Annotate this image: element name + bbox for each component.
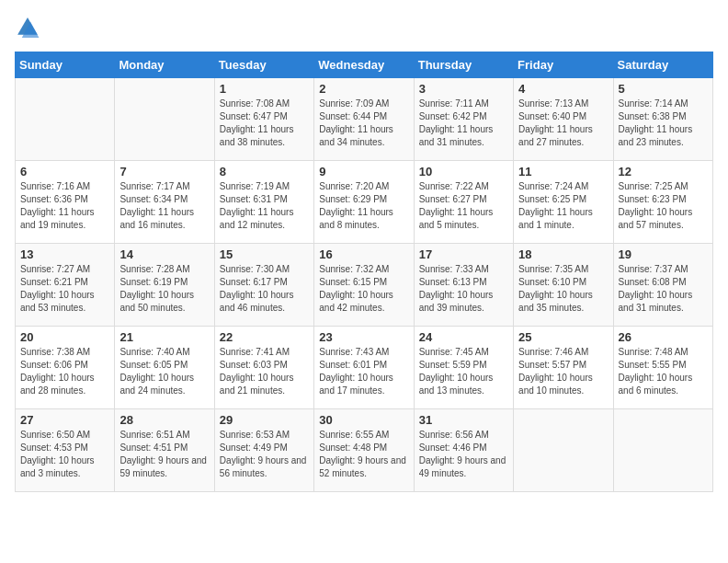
day-info: Sunrise: 6:53 AM Sunset: 4:49 PM Dayligh… [220,429,309,480]
day-info: Sunrise: 7:40 AM Sunset: 6:05 PM Dayligh… [119,346,209,397]
calendar-cell: 26Sunrise: 7:48 AM Sunset: 5:55 PM Dayli… [613,327,712,409]
calendar-cell: 24Sunrise: 7:45 AM Sunset: 5:59 PM Dayli… [414,327,513,409]
calendar-cell: 23Sunrise: 7:43 AM Sunset: 6:01 PM Dayli… [314,327,414,409]
column-header-saturday: Saturday [613,52,712,78]
column-header-thursday: Thursday [414,52,513,78]
calendar-cell [514,409,613,492]
calendar-cell: 2Sunrise: 7:09 AM Sunset: 6:44 PM Daylig… [314,78,414,161]
calendar-week-row: 1Sunrise: 7:08 AM Sunset: 6:47 PM Daylig… [16,78,713,161]
day-number: 12 [619,165,708,178]
day-number: 18 [518,247,608,261]
calendar-cell [613,409,712,492]
day-info: Sunrise: 7:33 AM Sunset: 6:13 PM Dayligh… [419,263,508,315]
day-info: Sunrise: 7:08 AM Sunset: 6:47 PM Dayligh… [220,98,309,149]
calendar-cell: 25Sunrise: 7:46 AM Sunset: 5:57 PM Dayli… [514,327,613,409]
calendar-cell: 19Sunrise: 7:37 AM Sunset: 6:08 PM Dayli… [613,244,712,327]
day-number: 23 [319,330,408,344]
day-number: 31 [419,413,508,427]
calendar-header-row: SundayMondayTuesdayWednesdayThursdayFrid… [16,52,713,78]
day-info: Sunrise: 7:28 AM Sunset: 6:19 PM Dayligh… [119,263,209,315]
day-number: 17 [419,247,508,261]
day-number: 26 [619,330,708,344]
calendar-cell: 12Sunrise: 7:25 AM Sunset: 6:23 PM Dayli… [613,161,712,244]
calendar-cell: 5Sunrise: 7:14 AM Sunset: 6:38 PM Daylig… [613,78,712,161]
day-info: Sunrise: 6:50 AM Sunset: 4:53 PM Dayligh… [20,429,109,480]
day-info: Sunrise: 7:14 AM Sunset: 6:38 PM Dayligh… [619,98,708,149]
day-number: 24 [419,330,508,344]
day-number: 25 [518,330,608,344]
day-info: Sunrise: 7:20 AM Sunset: 6:29 PM Dayligh… [319,180,408,232]
calendar-week-row: 20Sunrise: 7:38 AM Sunset: 6:06 PM Dayli… [16,327,713,409]
day-info: Sunrise: 7:27 AM Sunset: 6:21 PM Dayligh… [20,263,109,315]
day-number: 1 [220,82,309,96]
calendar-cell: 1Sunrise: 7:08 AM Sunset: 6:47 PM Daylig… [214,78,313,161]
calendar-table: SundayMondayTuesdayWednesdayThursdayFrid… [15,52,713,492]
day-info: Sunrise: 7:48 AM Sunset: 5:55 PM Dayligh… [619,346,708,397]
logo [15,15,44,40]
day-info: Sunrise: 7:37 AM Sunset: 6:08 PM Dayligh… [619,263,708,315]
column-header-friday: Friday [514,52,613,78]
day-number: 21 [119,330,209,344]
day-number: 16 [319,247,408,261]
day-info: Sunrise: 7:38 AM Sunset: 6:06 PM Dayligh… [20,346,109,397]
day-number: 3 [419,82,508,96]
column-header-tuesday: Tuesday [214,52,313,78]
day-number: 8 [220,165,309,178]
day-number: 14 [119,247,209,261]
day-info: Sunrise: 7:17 AM Sunset: 6:34 PM Dayligh… [119,180,209,232]
calendar-cell: 30Sunrise: 6:55 AM Sunset: 4:48 PM Dayli… [314,409,414,492]
day-number: 5 [619,82,708,96]
calendar-cell: 11Sunrise: 7:24 AM Sunset: 6:25 PM Dayli… [514,161,613,244]
day-number: 20 [20,330,109,344]
day-info: Sunrise: 7:35 AM Sunset: 6:10 PM Dayligh… [518,263,608,315]
day-number: 28 [119,413,209,427]
day-info: Sunrise: 7:19 AM Sunset: 6:31 PM Dayligh… [220,180,309,232]
day-info: Sunrise: 6:55 AM Sunset: 4:48 PM Dayligh… [319,429,408,480]
day-number: 10 [419,165,508,178]
calendar-cell: 22Sunrise: 7:41 AM Sunset: 6:03 PM Dayli… [214,327,313,409]
calendar-cell: 18Sunrise: 7:35 AM Sunset: 6:10 PM Dayli… [514,244,613,327]
calendar-cell: 6Sunrise: 7:16 AM Sunset: 6:36 PM Daylig… [16,161,115,244]
day-number: 9 [319,165,408,178]
calendar-week-row: 6Sunrise: 7:16 AM Sunset: 6:36 PM Daylig… [16,161,713,244]
calendar-cell: 7Sunrise: 7:17 AM Sunset: 6:34 PM Daylig… [115,161,214,244]
day-info: Sunrise: 7:32 AM Sunset: 6:15 PM Dayligh… [319,263,408,315]
day-number: 19 [619,247,708,261]
calendar-cell [16,78,115,161]
day-info: Sunrise: 7:13 AM Sunset: 6:40 PM Dayligh… [518,98,608,149]
calendar-cell: 28Sunrise: 6:51 AM Sunset: 4:51 PM Dayli… [115,409,214,492]
column-header-sunday: Sunday [16,52,115,78]
day-number: 6 [20,165,109,178]
day-number: 13 [20,247,109,261]
logo-icon [15,15,40,40]
page-header [15,15,713,40]
calendar-cell: 31Sunrise: 6:56 AM Sunset: 4:46 PM Dayli… [414,409,513,492]
day-number: 2 [319,82,408,96]
calendar-week-row: 27Sunrise: 6:50 AM Sunset: 4:53 PM Dayli… [16,409,713,492]
day-number: 15 [220,247,309,261]
day-number: 30 [319,413,408,427]
calendar-cell: 27Sunrise: 6:50 AM Sunset: 4:53 PM Dayli… [16,409,115,492]
day-info: Sunrise: 7:25 AM Sunset: 6:23 PM Dayligh… [619,180,708,232]
column-header-wednesday: Wednesday [314,52,414,78]
calendar-cell: 4Sunrise: 7:13 AM Sunset: 6:40 PM Daylig… [514,78,613,161]
calendar-cell: 9Sunrise: 7:20 AM Sunset: 6:29 PM Daylig… [314,161,414,244]
calendar-cell: 21Sunrise: 7:40 AM Sunset: 6:05 PM Dayli… [115,327,214,409]
day-number: 22 [220,330,309,344]
calendar-cell: 16Sunrise: 7:32 AM Sunset: 6:15 PM Dayli… [314,244,414,327]
calendar-cell: 17Sunrise: 7:33 AM Sunset: 6:13 PM Dayli… [414,244,513,327]
day-info: Sunrise: 7:09 AM Sunset: 6:44 PM Dayligh… [319,98,408,149]
day-info: Sunrise: 7:16 AM Sunset: 6:36 PM Dayligh… [20,180,109,232]
day-info: Sunrise: 7:41 AM Sunset: 6:03 PM Dayligh… [220,346,309,397]
day-info: Sunrise: 7:30 AM Sunset: 6:17 PM Dayligh… [220,263,309,315]
day-info: Sunrise: 6:56 AM Sunset: 4:46 PM Dayligh… [419,429,508,480]
day-info: Sunrise: 7:43 AM Sunset: 6:01 PM Dayligh… [319,346,408,397]
calendar-cell: 15Sunrise: 7:30 AM Sunset: 6:17 PM Dayli… [214,244,313,327]
calendar-cell: 29Sunrise: 6:53 AM Sunset: 4:49 PM Dayli… [214,409,313,492]
day-info: Sunrise: 6:51 AM Sunset: 4:51 PM Dayligh… [119,429,209,480]
day-info: Sunrise: 7:45 AM Sunset: 5:59 PM Dayligh… [419,346,508,397]
calendar-cell: 20Sunrise: 7:38 AM Sunset: 6:06 PM Dayli… [16,327,115,409]
day-info: Sunrise: 7:11 AM Sunset: 6:42 PM Dayligh… [419,98,508,149]
day-info: Sunrise: 7:22 AM Sunset: 6:27 PM Dayligh… [419,180,508,232]
column-header-monday: Monday [115,52,214,78]
